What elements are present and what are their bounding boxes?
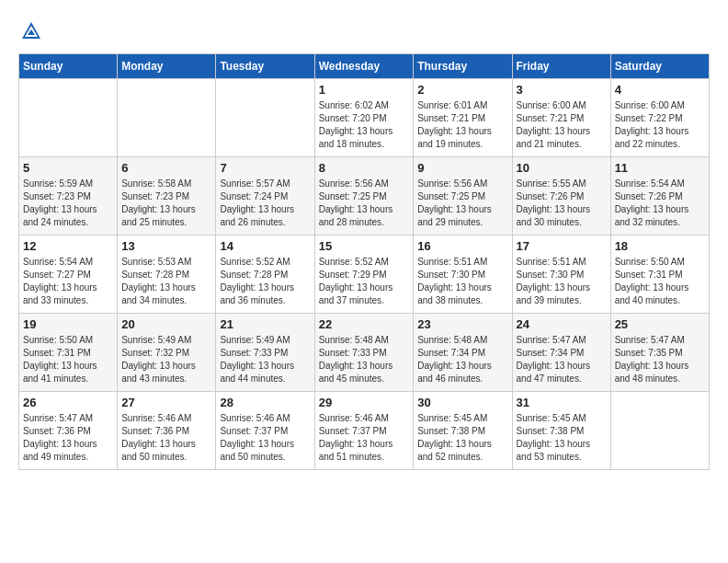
calendar-day-cell: 27Sunrise: 5:46 AM Sunset: 7:36 PM Dayli… — [118, 392, 216, 470]
calendar-day-cell: 6Sunrise: 5:58 AM Sunset: 7:23 PM Daylig… — [118, 157, 216, 236]
day-number: 14 — [220, 239, 310, 253]
calendar-day-cell: 11Sunrise: 5:54 AM Sunset: 7:26 PM Dayli… — [610, 157, 709, 236]
day-number: 11 — [615, 161, 705, 175]
day-number: 21 — [220, 317, 310, 331]
day-number: 24 — [517, 317, 607, 331]
calendar-day-cell: 15Sunrise: 5:52 AM Sunset: 7:29 PM Dayli… — [314, 236, 414, 314]
day-number: 13 — [121, 239, 211, 253]
calendar-day-cell: 24Sunrise: 5:47 AM Sunset: 7:34 PM Dayli… — [512, 314, 610, 392]
day-info: Sunrise: 5:56 AM Sunset: 7:25 PM Dayligh… — [319, 178, 410, 229]
day-info: Sunrise: 5:51 AM Sunset: 7:30 PM Dayligh… — [417, 256, 507, 307]
day-info: Sunrise: 5:46 AM Sunset: 7:37 PM Dayligh… — [319, 412, 410, 464]
calendar-day-cell — [19, 79, 118, 157]
calendar-day-cell: 8Sunrise: 5:56 AM Sunset: 7:25 PM Daylig… — [314, 157, 414, 236]
day-number: 10 — [517, 161, 607, 175]
day-of-week-header: Monday — [118, 54, 216, 79]
day-info: Sunrise: 5:47 AM Sunset: 7:36 PM Dayligh… — [23, 412, 113, 464]
calendar-day-cell: 9Sunrise: 5:56 AM Sunset: 7:25 PM Daylig… — [414, 157, 512, 236]
day-number: 22 — [319, 317, 410, 331]
day-info: Sunrise: 5:46 AM Sunset: 7:37 PM Dayligh… — [220, 412, 310, 464]
page-header — [18, 18, 710, 44]
day-number: 25 — [615, 317, 705, 331]
day-info: Sunrise: 6:00 AM Sunset: 7:21 PM Dayligh… — [517, 99, 607, 151]
day-info: Sunrise: 5:52 AM Sunset: 7:29 PM Dayligh… — [319, 256, 410, 307]
calendar-day-cell: 13Sunrise: 5:53 AM Sunset: 7:28 PM Dayli… — [118, 236, 216, 314]
day-number: 30 — [417, 396, 507, 409]
day-of-week-header: Wednesday — [314, 54, 414, 79]
day-of-week-header: Thursday — [414, 54, 512, 79]
calendar-day-cell: 21Sunrise: 5:49 AM Sunset: 7:33 PM Dayli… — [216, 314, 314, 392]
day-of-week-header: Sunday — [19, 54, 118, 79]
day-info: Sunrise: 5:46 AM Sunset: 7:36 PM Dayligh… — [121, 412, 211, 464]
day-number: 15 — [319, 239, 410, 253]
calendar-day-cell: 12Sunrise: 5:54 AM Sunset: 7:27 PM Dayli… — [19, 236, 118, 314]
day-info: Sunrise: 5:48 AM Sunset: 7:34 PM Dayligh… — [417, 334, 507, 385]
day-info: Sunrise: 6:00 AM Sunset: 7:22 PM Dayligh… — [615, 99, 705, 151]
calendar-day-cell: 14Sunrise: 5:52 AM Sunset: 7:28 PM Dayli… — [216, 236, 314, 314]
day-number: 17 — [517, 239, 607, 253]
calendar-day-cell: 31Sunrise: 5:45 AM Sunset: 7:38 PM Dayli… — [512, 392, 610, 470]
calendar-day-cell: 16Sunrise: 5:51 AM Sunset: 7:30 PM Dayli… — [414, 236, 512, 314]
calendar-day-cell: 7Sunrise: 5:57 AM Sunset: 7:24 PM Daylig… — [216, 157, 314, 236]
calendar-day-cell: 28Sunrise: 5:46 AM Sunset: 7:37 PM Dayli… — [216, 392, 314, 470]
day-info: Sunrise: 5:54 AM Sunset: 7:27 PM Dayligh… — [23, 256, 113, 307]
day-number: 5 — [23, 161, 113, 175]
day-info: Sunrise: 5:50 AM Sunset: 7:31 PM Dayligh… — [23, 334, 113, 385]
day-number: 7 — [220, 161, 310, 175]
day-info: Sunrise: 5:49 AM Sunset: 7:32 PM Dayligh… — [121, 334, 211, 385]
day-of-week-header: Tuesday — [216, 54, 314, 79]
day-info: Sunrise: 6:01 AM Sunset: 7:21 PM Dayligh… — [417, 99, 507, 151]
calendar-table: SundayMondayTuesdayWednesdayThursdayFrid… — [18, 53, 710, 470]
day-number: 3 — [517, 83, 607, 97]
day-info: Sunrise: 5:45 AM Sunset: 7:38 PM Dayligh… — [417, 412, 507, 464]
calendar-day-cell: 1Sunrise: 6:02 AM Sunset: 7:20 PM Daylig… — [314, 79, 414, 157]
day-info: Sunrise: 5:57 AM Sunset: 7:24 PM Dayligh… — [220, 178, 310, 229]
calendar-day-cell — [610, 392, 709, 470]
day-info: Sunrise: 5:58 AM Sunset: 7:23 PM Dayligh… — [121, 178, 211, 229]
calendar-day-cell: 3Sunrise: 6:00 AM Sunset: 7:21 PM Daylig… — [512, 79, 610, 157]
day-number: 28 — [220, 396, 310, 409]
calendar-week-row: 26Sunrise: 5:47 AM Sunset: 7:36 PM Dayli… — [19, 392, 710, 470]
calendar-week-row: 1Sunrise: 6:02 AM Sunset: 7:20 PM Daylig… — [19, 79, 710, 157]
day-info: Sunrise: 6:02 AM Sunset: 7:20 PM Dayligh… — [319, 99, 410, 151]
calendar-day-cell: 4Sunrise: 6:00 AM Sunset: 7:22 PM Daylig… — [610, 79, 709, 157]
calendar-day-cell: 26Sunrise: 5:47 AM Sunset: 7:36 PM Dayli… — [19, 392, 118, 470]
day-info: Sunrise: 5:48 AM Sunset: 7:33 PM Dayligh… — [319, 334, 410, 385]
calendar-week-row: 5Sunrise: 5:59 AM Sunset: 7:23 PM Daylig… — [19, 157, 710, 236]
calendar-day-cell — [216, 79, 314, 157]
calendar-day-cell: 25Sunrise: 5:47 AM Sunset: 7:35 PM Dayli… — [610, 314, 709, 392]
logo-icon — [18, 18, 44, 44]
day-number: 12 — [23, 239, 113, 253]
day-number: 26 — [23, 396, 113, 409]
day-number: 8 — [319, 161, 410, 175]
calendar-day-cell: 20Sunrise: 5:49 AM Sunset: 7:32 PM Dayli… — [118, 314, 216, 392]
day-number: 20 — [121, 317, 211, 331]
calendar-day-cell — [118, 79, 216, 157]
day-info: Sunrise: 5:52 AM Sunset: 7:28 PM Dayligh… — [220, 256, 310, 307]
day-of-week-header: Saturday — [610, 54, 709, 79]
calendar-day-cell: 2Sunrise: 6:01 AM Sunset: 7:21 PM Daylig… — [414, 79, 512, 157]
calendar-day-cell: 10Sunrise: 5:55 AM Sunset: 7:26 PM Dayli… — [512, 157, 610, 236]
day-number: 19 — [23, 317, 113, 331]
day-number: 9 — [417, 161, 507, 175]
day-number: 23 — [417, 317, 507, 331]
calendar-day-cell: 29Sunrise: 5:46 AM Sunset: 7:37 PM Dayli… — [314, 392, 414, 470]
day-number: 31 — [517, 396, 607, 409]
calendar-header-row: SundayMondayTuesdayWednesdayThursdayFrid… — [19, 54, 710, 79]
day-number: 16 — [417, 239, 507, 253]
day-info: Sunrise: 5:56 AM Sunset: 7:25 PM Dayligh… — [417, 178, 507, 229]
calendar-day-cell: 22Sunrise: 5:48 AM Sunset: 7:33 PM Dayli… — [314, 314, 414, 392]
day-info: Sunrise: 5:59 AM Sunset: 7:23 PM Dayligh… — [23, 178, 113, 229]
day-info: Sunrise: 5:49 AM Sunset: 7:33 PM Dayligh… — [220, 334, 310, 385]
day-number: 4 — [615, 83, 705, 97]
day-info: Sunrise: 5:54 AM Sunset: 7:26 PM Dayligh… — [615, 178, 705, 229]
day-info: Sunrise: 5:47 AM Sunset: 7:35 PM Dayligh… — [615, 334, 705, 385]
day-number: 1 — [319, 83, 410, 97]
day-info: Sunrise: 5:51 AM Sunset: 7:30 PM Dayligh… — [517, 256, 607, 307]
calendar-day-cell: 17Sunrise: 5:51 AM Sunset: 7:30 PM Dayli… — [512, 236, 610, 314]
calendar-day-cell: 30Sunrise: 5:45 AM Sunset: 7:38 PM Dayli… — [414, 392, 512, 470]
calendar-day-cell: 23Sunrise: 5:48 AM Sunset: 7:34 PM Dayli… — [414, 314, 512, 392]
calendar-day-cell: 18Sunrise: 5:50 AM Sunset: 7:31 PM Dayli… — [610, 236, 709, 314]
day-info: Sunrise: 5:55 AM Sunset: 7:26 PM Dayligh… — [517, 178, 607, 229]
day-of-week-header: Friday — [512, 54, 610, 79]
